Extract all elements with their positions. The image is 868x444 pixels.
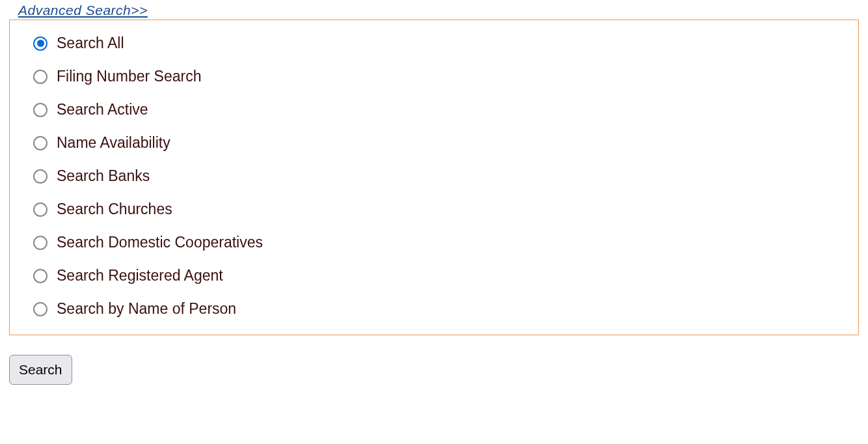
radio-search-registered-agent[interactable]: Search Registered Agent xyxy=(33,268,835,283)
radio-label: Search Churches xyxy=(57,202,172,217)
radio-label: Search by Name of Person xyxy=(57,301,236,316)
radio-search-active[interactable]: Search Active xyxy=(33,102,835,117)
radio-icon xyxy=(33,302,47,316)
radio-icon xyxy=(33,103,47,117)
radio-search-banks[interactable]: Search Banks xyxy=(33,169,835,184)
radio-label: Search Active xyxy=(57,102,148,117)
radio-search-churches[interactable]: Search Churches xyxy=(33,202,835,217)
radio-icon xyxy=(33,169,47,184)
radio-icon xyxy=(33,36,47,51)
radio-label: Search All xyxy=(57,36,124,51)
radio-filing-number-search[interactable]: Filing Number Search xyxy=(33,69,835,84)
search-button[interactable]: Search xyxy=(9,355,72,385)
radio-icon xyxy=(33,70,47,84)
radio-icon xyxy=(33,236,47,250)
advanced-search-link[interactable]: Advanced Search>> xyxy=(18,3,148,18)
radio-name-availability[interactable]: Name Availability xyxy=(33,135,835,150)
radio-label: Search Banks xyxy=(57,169,150,184)
radio-icon xyxy=(33,136,47,150)
search-options-panel: Search All Filing Number Search Search A… xyxy=(9,20,859,335)
radio-search-domestic-cooperatives[interactable]: Search Domestic Cooperatives xyxy=(33,235,835,250)
radio-label: Filing Number Search xyxy=(57,69,201,84)
radio-icon xyxy=(33,202,47,217)
radio-label: Search Domestic Cooperatives xyxy=(57,235,263,250)
radio-icon xyxy=(33,269,47,283)
radio-label: Search Registered Agent xyxy=(57,268,223,283)
radio-label: Name Availability xyxy=(57,135,170,150)
radio-search-by-name-of-person[interactable]: Search by Name of Person xyxy=(33,301,835,316)
radio-search-all[interactable]: Search All xyxy=(33,36,835,51)
